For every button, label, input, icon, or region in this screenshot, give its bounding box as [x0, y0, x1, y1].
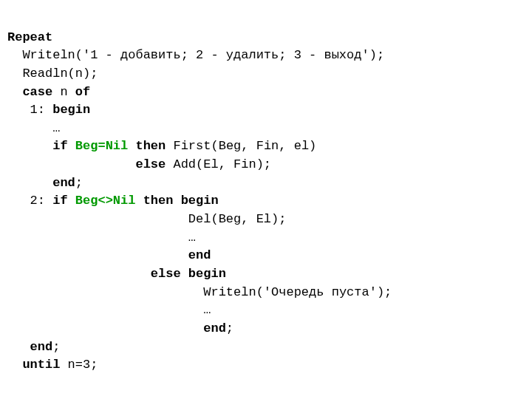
- ellipsis-3: …: [203, 303, 211, 317]
- begin3-sp: [181, 267, 188, 281]
- end3-sc: ;: [226, 321, 233, 335]
- end1-indent: [7, 176, 52, 190]
- if1-indent: [7, 139, 52, 153]
- call-first: First(Beg, Fin, el): [166, 139, 316, 153]
- line-writeln-empty: Writeln('Очередь пуста');: [203, 285, 392, 299]
- case2-label: 2:: [7, 194, 52, 208]
- line-writeln-menu: Writeln('1 - добавить; 2 - удалить; 3 - …: [7, 48, 384, 62]
- kw-if-2: if: [52, 194, 67, 208]
- case-var: n: [52, 85, 75, 99]
- kw-begin-1: begin: [52, 103, 90, 117]
- end2-indent: [7, 248, 188, 262]
- dots3-indent: [7, 303, 203, 317]
- wr2-indent: [7, 285, 203, 299]
- end3-indent: [7, 321, 203, 335]
- call-add: Add(El, Fin);: [166, 157, 271, 171]
- kw-else-2: else: [151, 267, 181, 281]
- until-cond: n=3;: [60, 358, 98, 372]
- ellipsis-2: …: [188, 231, 196, 245]
- kw-else-1: else: [135, 157, 166, 171]
- kw-end-2: end: [188, 248, 211, 262]
- kw-end-3: end: [203, 321, 226, 335]
- call-del: Del(Beg, El);: [188, 212, 287, 226]
- cond-beg-ne-nil: Beg<>Nil: [68, 194, 143, 208]
- kw-then-1: then: [135, 139, 166, 153]
- else1-indent: [7, 157, 135, 171]
- kw-begin-2: begin: [181, 194, 219, 208]
- code-block: Repeat Writeln('1 - добавить; 2 - удалит…: [0, 0, 532, 382]
- kw-of: of: [75, 85, 90, 99]
- cond-beg-eq-nil: Beg=Nil: [68, 139, 136, 153]
- kw-then-2: then: [143, 194, 174, 208]
- kw-begin-3: begin: [188, 267, 226, 281]
- begin2-sp: [173, 194, 180, 208]
- line-readln: Readln(n);: [7, 66, 98, 81]
- indent-case: [7, 85, 22, 99]
- kw-if-1: if: [52, 139, 67, 153]
- kw-until: until: [22, 358, 60, 372]
- dots2-indent: [7, 231, 188, 245]
- kw-case: case: [22, 85, 52, 99]
- kw-end-1: end: [52, 176, 75, 190]
- kw-repeat: Repeat: [7, 30, 52, 44]
- ellipsis-1: …: [7, 121, 60, 135]
- end1-sc: ;: [75, 176, 83, 190]
- endcase-indent: [7, 340, 30, 354]
- del-indent: [7, 212, 188, 226]
- until-indent: [7, 358, 22, 372]
- kw-end-case: end: [30, 340, 53, 354]
- endcase-sc: ;: [52, 340, 60, 354]
- else2-indent: [7, 267, 151, 281]
- case1-label: 1:: [7, 103, 52, 117]
